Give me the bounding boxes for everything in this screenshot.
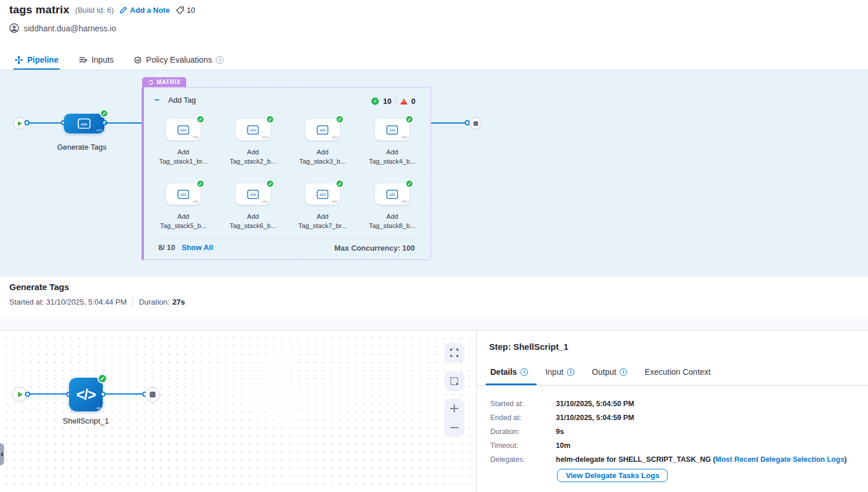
tab-inputs[interactable]: Inputs bbox=[78, 50, 114, 70]
matrix-step-card[interactable]: </> </> ✓ bbox=[375, 119, 410, 140]
detail-row-duration: Duration: 9s bbox=[490, 428, 564, 436]
user-email: siddhant.dua@harness.io bbox=[24, 24, 116, 33]
view-delegate-tasks-logs-button[interactable]: View Delegate Tasks Logs bbox=[557, 469, 668, 482]
details-info-icon[interactable]: i bbox=[520, 368, 528, 376]
detail-label: Ended at: bbox=[490, 414, 556, 422]
detail-value: 31/10/2025, 5:04:59 PM bbox=[556, 414, 634, 422]
summary-started: Started at: 31/10/2025, 5:04:44 PM bbox=[9, 298, 126, 306]
execution-page: tags matrix (Build Id: 6) Add a Note 10 … bbox=[0, 0, 868, 492]
matrix-step-card[interactable]: </> </> ✓ bbox=[236, 183, 270, 205]
output-info-icon[interactable]: i bbox=[620, 368, 627, 376]
shellscript-label[interactable]: ShellScript_1 bbox=[51, 417, 121, 425]
edge-matrix-to-end bbox=[431, 122, 470, 124]
page-header: tags matrix (Build Id: 6) Add a Note 10 … bbox=[0, 0, 868, 50]
matrix-step-label[interactable]: AddTag_stack6_b... bbox=[217, 212, 289, 230]
matrix-step-label[interactable]: AddTag_stack5_b... bbox=[147, 212, 219, 230]
matrix-step-card[interactable]: </> </> ✓ bbox=[166, 183, 201, 205]
detail-label: Timeout: bbox=[490, 442, 556, 450]
matrix-step-label[interactable]: AddTag_stack4_b... bbox=[356, 147, 428, 166]
shown-count: 8/ 10 bbox=[158, 243, 175, 252]
marquee-select-icon bbox=[450, 377, 459, 386]
code-glyph: </> bbox=[402, 135, 407, 139]
matrix-step-label[interactable]: AddTag_stack7_br... bbox=[287, 212, 359, 230]
matrix-step-card[interactable]: </> </> ✓ bbox=[375, 183, 410, 205]
shield-check-icon bbox=[133, 56, 142, 64]
edge-step-to-matrix bbox=[104, 122, 142, 124]
success-badge: ✓ bbox=[335, 115, 344, 124]
svg-text:</>: </> bbox=[81, 122, 88, 127]
detail-value: 31/10/2025, 5:04:50 PM bbox=[556, 400, 634, 408]
matrix-left-accent bbox=[142, 87, 144, 260]
stop-icon bbox=[150, 392, 155, 397]
show-all-link[interactable]: Show All bbox=[182, 243, 213, 252]
tab-details[interactable]: Details i bbox=[490, 367, 528, 377]
matrix-group[interactable]: − Add Tag ✓ 10 0 </> </> ✓ </> </> ✓ bbox=[142, 87, 431, 260]
section-gap bbox=[0, 317, 868, 331]
success-badge: ✓ bbox=[405, 115, 414, 124]
tabs-divider bbox=[477, 385, 868, 386]
success-count: 10 bbox=[383, 97, 391, 106]
inputs-icon bbox=[78, 55, 88, 64]
fullscreen-button[interactable] bbox=[444, 343, 464, 363]
stage-end-node[interactable] bbox=[145, 387, 160, 402]
matrix-step-label[interactable]: AddTag_stack2_b... bbox=[217, 147, 289, 166]
matrix-step-label[interactable]: AddTag_stack1_br... bbox=[147, 147, 219, 166]
success-badge: ✓ bbox=[266, 115, 274, 124]
tab-policy-evaluations[interactable]: Policy Evaluations i bbox=[133, 50, 224, 70]
pipeline-start-node[interactable] bbox=[13, 117, 26, 129]
step-graph-canvas[interactable]: </> </> ✓ ShellScript_1 bbox=[0, 331, 477, 492]
collapse-matrix-button[interactable]: − bbox=[154, 96, 162, 104]
zoom-out-icon[interactable] bbox=[449, 422, 460, 433]
step-summary: Generate Tags Started at: 31/10/2025, 5:… bbox=[0, 277, 868, 317]
detail-label: Delegates: bbox=[490, 455, 556, 464]
add-note-button[interactable]: Add a Note bbox=[120, 6, 170, 15]
play-icon bbox=[18, 121, 22, 126]
zoom-in-icon[interactable] bbox=[449, 403, 460, 414]
shell-script-icon: </> bbox=[316, 124, 330, 136]
matrix-step-card[interactable]: </> </> ✓ bbox=[236, 119, 270, 140]
execution-graph[interactable]: </> </> ✓ Generate Tags MATRIX − Add Tag… bbox=[0, 70, 868, 277]
shell-script-icon: </> bbox=[77, 117, 92, 130]
pipeline-end-node[interactable] bbox=[469, 117, 482, 129]
detail-label: Started at: bbox=[490, 400, 556, 408]
console-drawer-handle[interactable] bbox=[0, 443, 4, 465]
code-icon: </> bbox=[76, 386, 95, 403]
matrix-step-card[interactable]: </> </> ✓ bbox=[305, 119, 340, 140]
detail-row-started: Started at: 31/10/2025, 5:04:50 PM bbox=[490, 400, 634, 408]
user-icon bbox=[9, 23, 19, 33]
input-info-icon[interactable]: i bbox=[567, 368, 574, 376]
tab-output[interactable]: Output i bbox=[592, 367, 627, 377]
detail-row-delegates: Delegates: helm-delegate for SHELL_SCRIP… bbox=[490, 455, 847, 464]
matrix-step-card[interactable]: </> </> ✓ bbox=[166, 119, 201, 140]
shellscript-node[interactable]: </> </> bbox=[69, 378, 103, 411]
svg-text:</>: </> bbox=[250, 128, 256, 133]
matrix-step-card[interactable]: </> </> ✓ bbox=[305, 183, 340, 205]
delegate-selection-logs-link[interactable]: Most Recent Delegate Selection Logs bbox=[715, 455, 844, 464]
edge-start-to-shellscript bbox=[27, 393, 69, 395]
matrix-group-label[interactable]: Add Tag bbox=[168, 96, 196, 104]
code-glyph: </> bbox=[262, 135, 268, 139]
tab-input[interactable]: Input i bbox=[545, 367, 574, 377]
matrix-badge: MATRIX bbox=[142, 77, 186, 87]
matrix-status: ✓ 10 0 bbox=[371, 97, 415, 106]
generate-tags-label[interactable]: Generate Tags bbox=[50, 143, 114, 151]
detail-value: 10m bbox=[556, 442, 570, 450]
shell-script-icon: </> bbox=[316, 189, 330, 200]
code-glyph: </> bbox=[262, 200, 268, 204]
tag-count: 10 bbox=[176, 6, 195, 15]
matrix-step-label[interactable]: AddTag_stack8_b... bbox=[356, 212, 428, 230]
generate-tags-node[interactable]: </> </> bbox=[64, 114, 104, 133]
policy-info-icon[interactable]: i bbox=[216, 56, 223, 64]
tab-execution-context[interactable]: Execution Context bbox=[645, 367, 711, 377]
success-badge: ✓ bbox=[196, 115, 205, 124]
matrix-step-label[interactable]: AddTag_stack3_b... bbox=[287, 147, 359, 166]
fullscreen-icon bbox=[450, 348, 459, 357]
code-glyph: </> bbox=[402, 200, 407, 204]
shell-script-icon: </> bbox=[176, 189, 190, 200]
selection-mode-button[interactable] bbox=[444, 371, 464, 391]
stop-icon bbox=[473, 121, 478, 126]
svg-text:</>: </> bbox=[180, 128, 187, 133]
shell-script-icon: </> bbox=[246, 189, 260, 200]
detail-label: Duration: bbox=[490, 428, 556, 436]
tab-pipeline[interactable]: Pipeline bbox=[15, 50, 59, 70]
